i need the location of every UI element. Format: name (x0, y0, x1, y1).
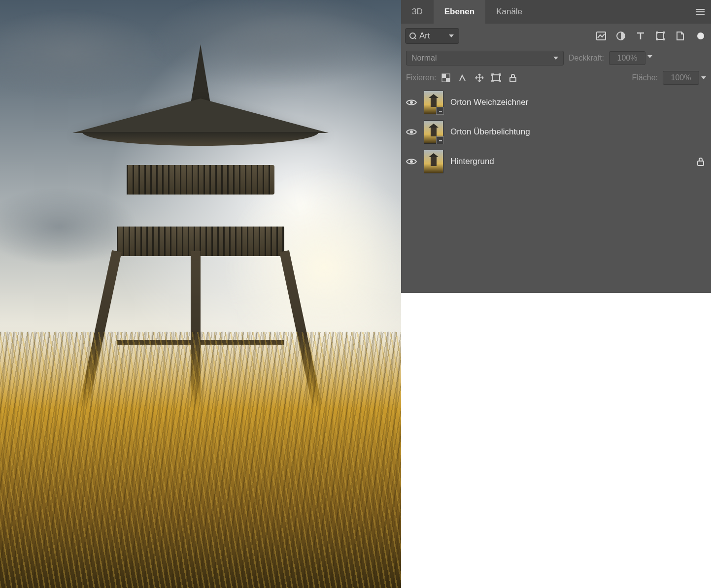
lock-position-icon[interactable] (474, 73, 484, 83)
svg-rect-8 (442, 74, 446, 78)
fill-label: Fläche: (632, 73, 658, 82)
filter-type-icon[interactable] (635, 31, 646, 41)
opacity-label: Deckkraft: (569, 54, 604, 63)
filter-shape-icon[interactable] (655, 31, 666, 41)
svg-rect-6 (663, 38, 665, 40)
layer-name[interactable]: Hintergrund (450, 157, 494, 166)
blend-row: Normal Deckkraft: 100% (401, 48, 711, 68)
search-icon (409, 33, 416, 39)
visibility-toggle-icon[interactable] (406, 156, 417, 167)
svg-rect-15 (698, 161, 704, 165)
chevron-down-icon[interactable] (647, 55, 652, 58)
layer-thumbnail[interactable] (424, 150, 443, 173)
tab-layers[interactable]: Ebenen (434, 0, 485, 24)
svg-point-12 (410, 101, 413, 104)
svg-rect-11 (510, 77, 516, 82)
svg-rect-10 (493, 75, 500, 81)
visibility-toggle-icon[interactable] (406, 127, 417, 137)
fill-value: 100% (671, 73, 691, 82)
opacity-value: 100% (617, 54, 638, 63)
svg-point-13 (410, 131, 413, 133)
lock-artboard-icon[interactable] (491, 73, 501, 83)
document-canvas[interactable] (0, 0, 401, 588)
svg-point-14 (410, 160, 413, 163)
layers-panel: 3D Ebenen Kanäle Art (401, 0, 711, 293)
chevron-down-icon (449, 34, 454, 37)
layer-name[interactable]: Orton Überbelichtung (450, 127, 530, 137)
lock-label: Fixieren: (406, 73, 436, 82)
filter-kind-label: Art (419, 31, 430, 41)
visibility-toggle-icon[interactable] (406, 97, 417, 108)
layer-thumbnail[interactable] (424, 91, 443, 114)
lock-row: Fixieren: Fläche: (401, 68, 711, 88)
canvas-foreground-grass (0, 332, 401, 588)
layer-row[interactable]: Hintergrund (401, 147, 711, 176)
fill-input[interactable]: 100% (663, 71, 699, 85)
panel-menu-icon[interactable] (689, 0, 711, 24)
tab-channels[interactable]: Kanäle (485, 0, 533, 24)
svg-rect-5 (656, 38, 658, 40)
chevron-down-icon (553, 57, 558, 60)
layer-thumbnail[interactable] (424, 120, 443, 144)
filter-pixel-icon[interactable] (596, 31, 607, 41)
filter-toggle-indicator[interactable] (697, 33, 704, 39)
layer-row[interactable]: Orton Weichzeichner (401, 88, 711, 117)
blend-mode-dropdown[interactable]: Normal (406, 51, 564, 65)
filter-adjustment-icon[interactable] (615, 31, 626, 41)
svg-rect-2 (657, 33, 664, 39)
empty-area (401, 293, 711, 588)
blend-mode-value: Normal (411, 54, 437, 63)
svg-rect-9 (446, 78, 450, 82)
lock-image-icon[interactable] (458, 73, 468, 83)
opacity-input[interactable]: 100% (609, 51, 645, 65)
tab-3d[interactable]: 3D (401, 0, 434, 24)
layer-row[interactable]: Orton Überbelichtung (401, 117, 711, 147)
lock-icon[interactable] (696, 157, 705, 166)
tab-label: Ebenen (444, 7, 474, 17)
lock-all-icon[interactable] (508, 73, 518, 83)
svg-rect-4 (663, 32, 665, 33)
svg-rect-3 (656, 32, 658, 33)
tab-label: 3D (412, 7, 423, 17)
layer-name[interactable]: Orton Weichzeichner (450, 98, 528, 107)
filter-kind-dropdown[interactable]: Art (405, 28, 459, 44)
panel-tab-bar: 3D Ebenen Kanäle (401, 0, 711, 24)
lock-transparent-icon[interactable] (441, 73, 451, 83)
layer-filter-bar: Art (401, 24, 711, 48)
filter-smartobject-icon[interactable] (675, 31, 685, 41)
chevron-down-icon[interactable] (701, 76, 706, 79)
tab-label: Kanäle (496, 7, 522, 17)
layers-list: Orton Weichzeichner Orton Überbelichtung… (401, 88, 711, 293)
